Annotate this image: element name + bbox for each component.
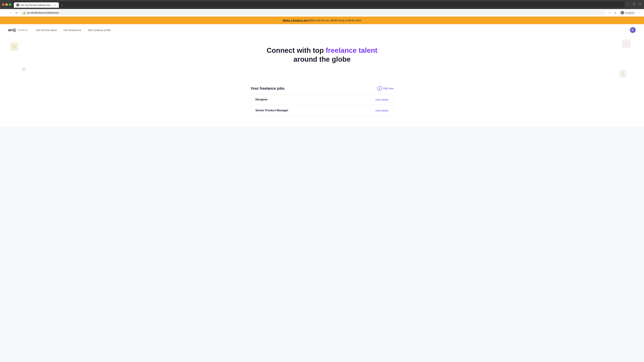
nav-hire-freelancers[interactable]: Hire freelancers — [64, 29, 81, 31]
minimize-action-button[interactable]: — — [626, 2, 630, 6]
maximize-window-button[interactable] — [9, 3, 11, 6]
add-new-label: Add new — [383, 87, 394, 90]
main-nav: arc() Freelance Hire full-time talent Hi… — [0, 24, 644, 36]
promo-banner: [Refer a friend to Arc] $500 cash for yo… — [0, 16, 644, 24]
avatar[interactable]: U — [630, 27, 636, 33]
table-row: Designer View details — [251, 94, 393, 105]
forward-button[interactable]: › — [8, 10, 13, 15]
python-icon: 🐍 — [618, 69, 627, 78]
jobs-section: Your freelance jobs + Add new Designer V… — [246, 83, 398, 126]
java-icon: ☕ — [20, 65, 28, 73]
view-details-spm-button[interactable]: View details — [375, 109, 388, 112]
close-action-button[interactable]: ✕ — [638, 2, 642, 6]
table-row: Senior Product Manager View details — [251, 105, 393, 116]
minimize-window-button[interactable] — [5, 3, 8, 6]
tab-favicon: ⊙ — [16, 4, 19, 6]
browser-chrome: ⊙ Hire Top Remote Software Dev... ✕ + — … — [0, 0, 644, 16]
logo-link[interactable]: arc() Freelance — [8, 28, 28, 32]
tab-title: Hire Top Remote Software Dev... — [20, 4, 52, 6]
active-tab[interactable]: ⊙ Hire Top Remote Software Dev... ✕ — [14, 2, 59, 8]
lock-icon: 🔒 — [23, 11, 26, 14]
nav-edit-company[interactable]: Edit company profile — [88, 29, 111, 31]
address-bar-row: ‹ › ↻ 🔒 arc.dev/freelancers/dashboard ☆ … — [0, 9, 644, 16]
hero-line2: around the globe — [294, 55, 351, 63]
window-controls — [2, 3, 11, 6]
jobs-title: Your freelance jobs — [250, 86, 284, 91]
reload-button[interactable]: ↻ — [14, 10, 19, 15]
toolbar-actions: ☆ ⧈ 🕵 Incognito ⋮ — [606, 10, 642, 15]
nav-links: Hire full-time talent Hire freelancers E… — [36, 29, 630, 31]
jobs-header: Your freelance jobs + Add new — [250, 86, 394, 91]
hero-line1-highlight: freelance talent — [326, 46, 377, 54]
js-icon: JS — [10, 43, 18, 51]
hero-section: JS A ☕ 🐍 Connect with top freelance tale… — [0, 36, 644, 83]
banner-message: $500 cash for you, $1000 hiring credit f… — [308, 19, 361, 22]
hero-title: Connect with top freelance talent around… — [263, 46, 381, 64]
bookmark-button[interactable]: ☆ — [606, 10, 612, 15]
restore-action-button[interactable]: ⧉ — [632, 2, 636, 6]
job-name-designer: Designer — [256, 98, 268, 101]
job-name-spm: Senior Product Manager — [256, 109, 288, 112]
incognito-badge[interactable]: 🕵 Incognito — [619, 10, 636, 15]
window-actions: — ⧉ ✕ — [626, 2, 642, 7]
back-button[interactable]: ‹ — [2, 10, 7, 15]
new-tab-button[interactable]: + — [60, 3, 64, 8]
referral-link[interactable]: [Refer a friend to Arc] — [283, 19, 308, 22]
incognito-label: Incognito — [625, 11, 634, 14]
logo-text: arc() — [8, 28, 16, 32]
close-window-button[interactable] — [2, 3, 4, 6]
hero-line1-start: Connect with top — [267, 46, 326, 54]
tab-bar: ⊙ Hire Top Remote Software Dev... ✕ + — [12, 1, 624, 8]
angular-icon: A — [622, 39, 630, 48]
nav-hire-fulltime[interactable]: Hire full-time talent — [36, 29, 57, 31]
incognito-icon: 🕵 — [621, 11, 624, 14]
address-bar[interactable]: 🔒 arc.dev/freelancers/dashboard — [20, 10, 605, 15]
title-bar: ⊙ Hire Top Remote Software Dev... ✕ + — … — [0, 0, 644, 9]
address-text: arc.dev/freelancers/dashboard — [27, 11, 602, 14]
view-details-designer-button[interactable]: View details — [375, 98, 388, 101]
add-new-button[interactable]: + Add new — [378, 86, 394, 90]
extensions-button[interactable]: ⧈ — [613, 10, 618, 15]
jobs-list: Designer View details Senior Product Man… — [250, 94, 394, 116]
tab-close-button[interactable]: ✕ — [54, 4, 56, 6]
logo-subtitle: Freelance — [17, 29, 28, 31]
add-icon: + — [378, 86, 382, 90]
menu-button[interactable]: ⋮ — [636, 10, 642, 15]
site-content: [Refer a friend to Arc] $500 cash for yo… — [0, 16, 644, 126]
